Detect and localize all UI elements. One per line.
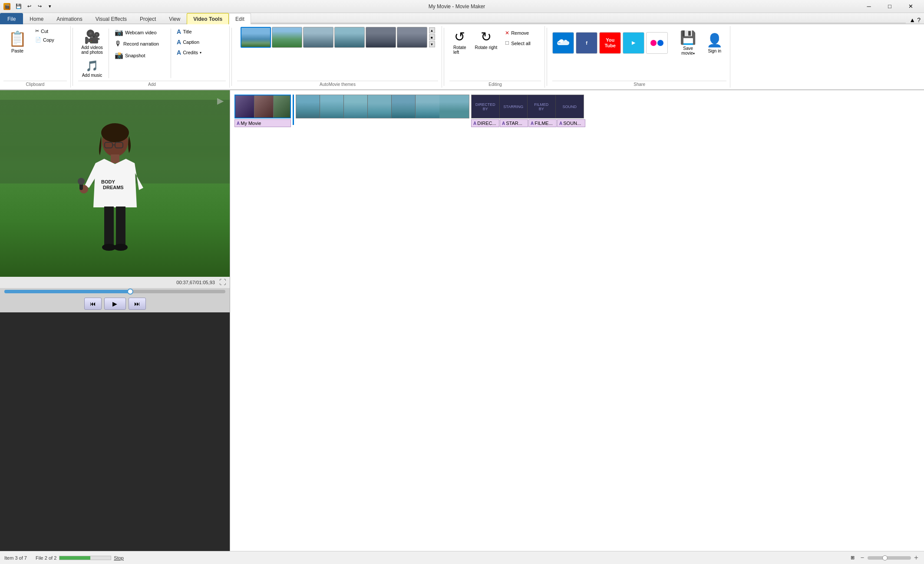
caption-button[interactable]: A Caption	[174, 37, 226, 47]
rotate-right-button[interactable]: ↻ Rotate right	[471, 27, 501, 52]
clip-1-frame-3	[274, 95, 291, 118]
vimeo-button[interactable]: ▶	[623, 32, 644, 54]
main-area: BODY DREAMS	[0, 90, 924, 551]
theme-scroll-up[interactable]: ▲	[429, 27, 435, 33]
theme-grey1[interactable]	[303, 27, 333, 48]
time-total: 01:05,93	[196, 280, 215, 285]
save-quick-btn[interactable]: 💾	[14, 2, 23, 11]
theme-mtn[interactable]	[397, 27, 427, 48]
save-movie-button[interactable]: 💾 Savemovie▾	[675, 27, 701, 59]
theme-scroll-down[interactable]: ▼	[429, 41, 435, 47]
flickr-icon	[650, 40, 663, 46]
theme-scroll-full[interactable]: ■	[429, 34, 435, 40]
theme-green[interactable]	[272, 27, 302, 48]
add-music-button[interactable]: 🎵 Add music	[78, 58, 106, 80]
facebook-button[interactable]: f	[576, 32, 597, 54]
add-music-label: Add music	[82, 73, 102, 78]
zoom-slider-thumb[interactable]	[882, 555, 888, 561]
dropdown-btn[interactable]: ▾	[45, 2, 55, 11]
theme-blue1[interactable]	[334, 27, 365, 48]
sign-in-button[interactable]: 👤 Sign in	[703, 30, 726, 56]
editing-group: ↺ Rotateleft ↻ Rotate right ✕ Remove ☐ S…	[446, 26, 545, 88]
credits-filmstrip[interactable]: DIRECTEDBY STARRING FILMEDBY SOUND	[471, 95, 584, 118]
vimeo-icon: ▶	[632, 40, 635, 46]
zoom-slider[interactable]	[868, 556, 911, 560]
rotate-right-label: Rotate right	[475, 45, 497, 50]
select-all-button[interactable]: ☐ Select all	[502, 39, 541, 47]
clip-2-frame-1	[296, 95, 320, 118]
title-button[interactable]: A Title	[174, 27, 226, 36]
save-movie-label: Savemovie▾	[681, 46, 695, 56]
theme-dark[interactable]	[366, 27, 396, 48]
tab-video-tools[interactable]: Video Tools	[187, 13, 229, 24]
clip-2-container	[296, 95, 469, 118]
close-btn[interactable]: ✕	[901, 0, 921, 13]
themes-content: ▲ ■ ▼	[241, 27, 435, 80]
tab-edit[interactable]: Edit	[229, 13, 251, 24]
flickr-button[interactable]	[646, 32, 668, 54]
youtube-button[interactable]: YouTube	[599, 32, 621, 54]
maximize-btn[interactable]: □	[880, 0, 900, 13]
preview-panel: BODY DREAMS	[0, 90, 230, 551]
copy-button[interactable]: 📄 Copy	[32, 36, 67, 44]
zoom-in-btn[interactable]: ＋	[913, 553, 920, 562]
rewind-btn[interactable]: ⏮	[84, 298, 102, 310]
timeline-cursor[interactable]	[293, 95, 294, 125]
tab-file[interactable]: File	[0, 13, 23, 24]
facebook-icon: f	[586, 40, 587, 46]
onedrive-button[interactable]	[552, 32, 574, 54]
minimize-btn[interactable]: ─	[859, 0, 879, 13]
themes-row: ▲ ■ ▼	[241, 27, 435, 48]
clip-2-filmstrip[interactable]	[296, 95, 469, 118]
svg-point-1	[101, 123, 129, 142]
svg-point-14	[114, 244, 128, 251]
credit-label-3: A FILME...	[528, 119, 557, 127]
cut-button[interactable]: ✂ Cut	[32, 27, 67, 35]
playback-controls: ⏮ ▶ ⏭	[0, 295, 230, 312]
theme-sky[interactable]	[241, 27, 271, 48]
clip-1-label: A My Movie	[234, 119, 291, 127]
clip-1-filmstrip[interactable]	[234, 95, 291, 118]
credits-container: DIRECTEDBY STARRING FILMEDBY SOUND A	[471, 95, 585, 127]
progress-fill	[59, 556, 90, 560]
tab-project[interactable]: Project	[133, 13, 162, 24]
fast-forward-btn[interactable]: ⏭	[129, 298, 146, 310]
redo-btn[interactable]: ↪	[35, 2, 44, 11]
file-info: File 2 of 2	[36, 555, 56, 561]
tab-animations[interactable]: Animations	[50, 13, 89, 24]
remove-button[interactable]: ✕ Remove	[502, 29, 541, 37]
clip-1-container: A My Movie	[234, 95, 291, 127]
clipboard-group-label: Clipboard	[3, 81, 67, 87]
record-narration-button[interactable]: 🎙 Record narration	[112, 39, 168, 49]
copy-label: Copy	[43, 37, 54, 43]
add-group-content: 🎥 Add videosand photos 🎵 Add music 📷 Web…	[78, 27, 226, 80]
stop-button[interactable]: Stop	[114, 555, 124, 561]
timeline-view-btn[interactable]: ⊞	[848, 553, 857, 563]
credits-dropdown[interactable]: ▾	[200, 51, 201, 55]
credit-label-2: A STAR...	[500, 119, 528, 127]
paste-button[interactable]: 📋 Paste	[3, 27, 31, 56]
seek-bar[interactable]	[4, 290, 225, 293]
webcam-button[interactable]: 📷 Webcam video	[112, 27, 168, 38]
rotate-left-button[interactable]: ↺ Rotateleft	[449, 27, 470, 57]
app-icon: 🎬	[3, 3, 10, 10]
play-btn[interactable]: ▶	[104, 298, 126, 310]
sign-in-icon: 👤	[706, 33, 723, 48]
credits-label: Credits	[183, 50, 198, 55]
help-btn[interactable]: ?	[917, 16, 921, 23]
zoom-out-btn[interactable]: －	[859, 553, 866, 562]
add-videos-button[interactable]: 🎥 Add videosand photos	[78, 27, 106, 57]
tab-visual-effects[interactable]: Visual Effects	[89, 13, 133, 24]
timeline-content: A My Movie	[234, 95, 920, 127]
tab-view[interactable]: View	[162, 13, 187, 24]
preview-video[interactable]: BODY DREAMS	[0, 90, 230, 277]
seek-bar-thumb[interactable]	[127, 289, 133, 295]
ribbon-collapse-btn[interactable]: ▲	[909, 16, 915, 23]
tab-home[interactable]: Home	[23, 13, 50, 24]
divider-5	[444, 28, 444, 86]
fullscreen-button[interactable]: ⛶	[219, 279, 226, 286]
credits-button[interactable]: A Credits ▾	[174, 48, 226, 57]
snapshot-button[interactable]: 📸 Snapshot	[112, 50, 168, 61]
undo-btn[interactable]: ↩	[24, 2, 34, 11]
theme-scroll-controls: ▲ ■ ▼	[429, 27, 435, 47]
